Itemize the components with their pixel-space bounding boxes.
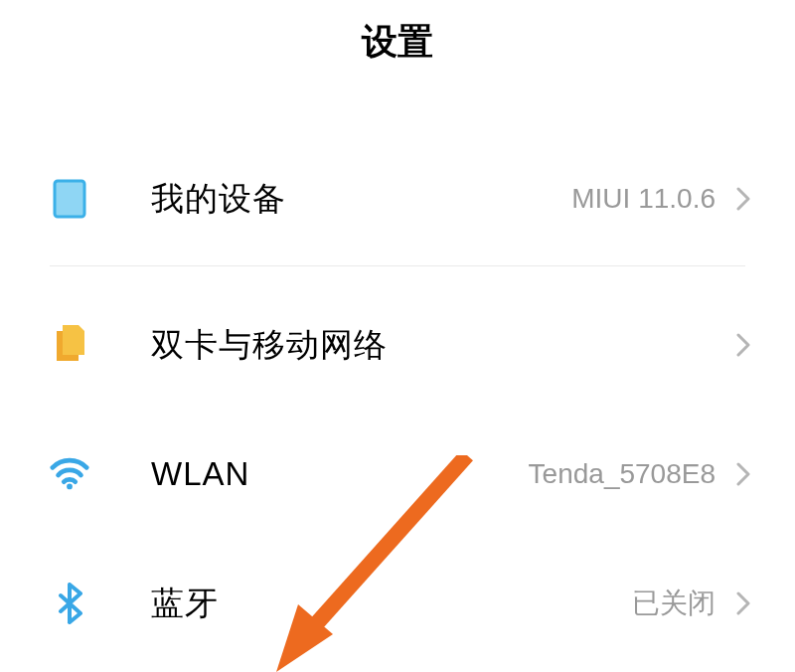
page-header: 设置 <box>0 0 795 88</box>
row-label: 蓝牙 <box>151 582 632 626</box>
svg-rect-0 <box>55 181 84 217</box>
row-value: MIUI 11.0.6 <box>571 183 716 215</box>
spacer <box>0 384 795 435</box>
row-sim-network[interactable]: 双卡与移动网络 <box>0 306 795 384</box>
divider <box>50 265 745 266</box>
chevron-right-icon <box>733 588 753 618</box>
chevron-right-icon <box>733 459 753 489</box>
row-wlan[interactable]: WLAN Tenda_5708E8 <box>0 435 795 513</box>
row-label: 双卡与移动网络 <box>151 323 716 368</box>
chevron-right-icon <box>733 330 753 360</box>
chevron-right-icon <box>733 184 753 214</box>
row-bluetooth[interactable]: 蓝牙 已关闭 <box>0 565 795 642</box>
svg-point-1 <box>67 484 73 490</box>
spacer <box>0 88 795 160</box>
page-title: 设置 <box>0 18 795 67</box>
row-my-device[interactable]: 我的设备 MIUI 11.0.6 <box>0 160 795 238</box>
wifi-icon <box>50 454 89 494</box>
row-label: WLAN <box>151 455 529 493</box>
row-label: 我的设备 <box>151 177 571 222</box>
bluetooth-icon <box>50 584 89 623</box>
device-icon <box>50 179 89 219</box>
row-value: 已关闭 <box>632 585 716 622</box>
spacer <box>0 513 795 565</box>
settings-list: 我的设备 MIUI 11.0.6 双卡与移动网络 <box>0 160 795 642</box>
sim-icon <box>50 325 89 365</box>
row-value: Tenda_5708E8 <box>529 458 716 490</box>
